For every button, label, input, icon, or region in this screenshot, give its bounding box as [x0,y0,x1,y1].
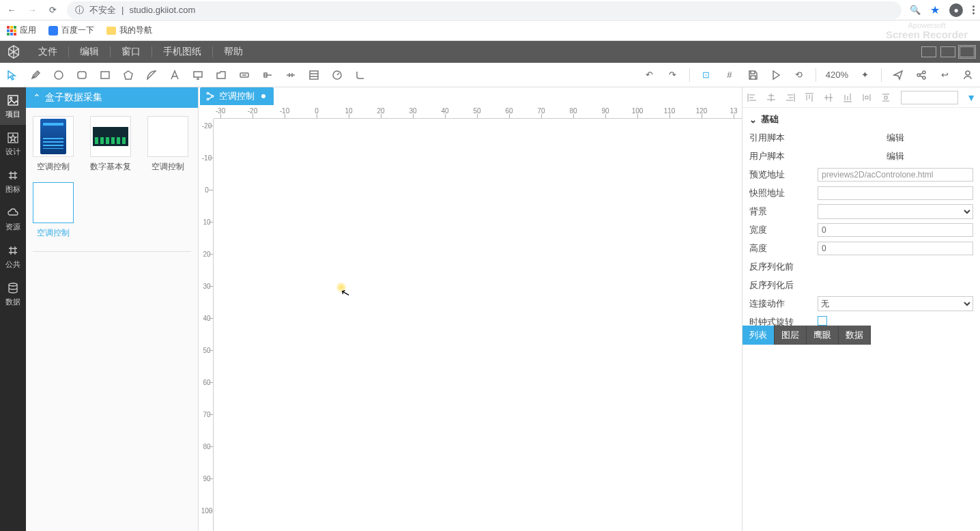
distribute-v-icon[interactable] [880,92,891,103]
width-input[interactable] [818,223,973,237]
tab-list[interactable]: 列表 [743,326,775,345]
nav-rail: 项目 设计 图标 资源 公共 数据 [0,87,26,531]
align-bottom-icon[interactable] [842,92,853,103]
tab-layers[interactable]: 图层 [775,326,807,345]
svg-rect-1 [78,72,86,78]
tab-data[interactable]: 数据 [839,326,871,345]
gauge-tool[interactable] [330,68,344,82]
align-right-icon[interactable] [785,92,796,103]
navrail-icons[interactable]: 图标 [0,162,26,200]
undo-button[interactable]: ↶ [643,68,657,82]
toggle-grid[interactable]: # [723,68,736,82]
profile-avatar[interactable]: ● [949,3,963,17]
navrail-resources[interactable]: 资源 [0,200,26,238]
address-bar[interactable]: ⓘ 不安全 | studio.gkiiot.com [67,1,902,19]
tab-eagle[interactable]: 鹰眼 [807,326,839,345]
align-center-icon[interactable] [766,92,777,103]
toggle-ruler[interactable]: ⊡ [700,68,713,82]
text-tool[interactable] [168,68,182,82]
bookmark-star-icon[interactable]: ★ [930,3,940,16]
url-text: studio.gkiiot.com [129,5,195,15]
distribute-h-icon[interactable] [861,92,872,103]
menu-file[interactable]: 文件 [27,41,68,63]
document-tab[interactable]: 空调控制 [200,87,274,105]
align-toolbar: ▼ [743,87,980,108]
select-tool[interactable] [5,68,19,82]
navrail-public[interactable]: 公共 [0,238,26,275]
menu-window[interactable]: 窗口 [111,41,152,63]
bookmark-mynav[interactable]: 我的导航 [106,25,152,36]
align-middle-icon[interactable] [823,92,834,103]
vertical-ruler[interactable]: -20-100102030405060708090100 [199,119,214,531]
window-btn-2[interactable] [940,46,955,57]
pen-tool[interactable] [29,68,42,82]
save-button[interactable] [746,68,760,82]
slider-tool[interactable] [261,68,274,82]
project-card[interactable]: 数字基本复 [89,116,132,173]
navrail-design[interactable]: 设计 [0,125,26,162]
user-icon[interactable] [961,68,975,82]
polygon-tool[interactable] [121,68,135,82]
zoom-level[interactable]: 420% [826,70,848,80]
bookmark-apps[interactable]: 应用 [7,25,36,36]
snapshot-url-input[interactable] [818,186,973,200]
input-tool[interactable] [284,68,298,82]
play-button[interactable] [769,68,783,82]
bookmark-label: 百度一下 [61,25,94,36]
send-icon[interactable] [891,68,905,82]
menu-help[interactable]: 帮助 [213,41,254,63]
browser-toolbar: ← → ⟳ ⓘ 不安全 | studio.gkiiot.com 🔍 ★ ● [0,0,980,20]
ref-script-edit[interactable]: 编辑 [818,132,973,144]
screen-tool[interactable] [191,68,205,82]
chrome-menu-icon[interactable] [972,5,975,14]
pipe-tool[interactable] [354,68,367,82]
align-search-input[interactable] [901,91,958,104]
redo-button[interactable]: ↷ [666,68,680,82]
filter-icon[interactable]: ▼ [966,92,976,103]
window-btn-fullscreen[interactable] [960,46,975,57]
navrail-data[interactable]: 数据 [0,275,26,313]
back-icon[interactable]: ↩ [938,68,951,82]
chevron-down-icon: ⌄ [749,115,757,125]
user-script-edit[interactable]: 编辑 [818,150,973,162]
project-card[interactable]: 空调控制 [31,182,75,239]
project-card[interactable]: 空调控制 [31,116,75,173]
align-left-icon[interactable] [747,92,758,103]
svg-point-8 [917,74,920,76]
refresh-button[interactable]: ⟲ [792,68,806,82]
horizontal-ruler[interactable]: -30-20-10010203040506070809010011012013 [214,105,742,119]
menu-mobile[interactable]: 手机图纸 [152,41,212,63]
share-icon[interactable] [914,68,928,82]
rounded-rect-tool[interactable] [75,68,89,82]
navrail-project[interactable]: 项目 [0,87,26,125]
list-tool[interactable] [307,68,321,82]
zoom-icon[interactable]: 🔍 [910,5,921,15]
reload-button[interactable]: ⟳ [46,4,59,16]
forward-button[interactable]: → [26,4,38,16]
connect-action-select[interactable]: 无 [818,296,973,311]
preview-url-input[interactable] [818,168,973,182]
props-section-basic[interactable]: ⌄ 基础 [743,111,980,128]
target-icon[interactable]: ✦ [858,68,871,82]
project-panel-header[interactable]: ⌃ 盒子数据采集 [26,87,198,108]
menu-edit[interactable]: 编辑 [69,41,110,63]
arc-tool[interactable] [145,68,158,82]
circle-tool[interactable] [52,68,66,82]
rect-tool[interactable] [98,68,112,82]
clock-rotate-checkbox[interactable] [818,316,827,326]
window-btn-1[interactable] [921,46,936,57]
bookmark-baidu[interactable]: 百度一下 [48,25,94,36]
app-logo[interactable] [0,41,27,63]
app-menubar: 文件 编辑 窗口 手机图纸 帮助 [0,41,980,63]
background-select[interactable] [818,204,973,219]
tool-ribbon: ↶ ↷ ⊡ # ⟲ 420% ✦ ↩ [0,63,980,87]
button-tool[interactable] [237,68,251,82]
project-card[interactable]: 空调控制 [146,116,190,173]
database-icon [6,281,20,295]
back-button[interactable]: ← [5,4,18,16]
height-input[interactable] [818,242,973,255]
project-header-title: 盒子数据采集 [45,91,102,104]
tab-tool[interactable] [214,68,228,82]
align-top-icon[interactable] [804,92,815,103]
canvas[interactable]: ↖ [214,119,742,531]
